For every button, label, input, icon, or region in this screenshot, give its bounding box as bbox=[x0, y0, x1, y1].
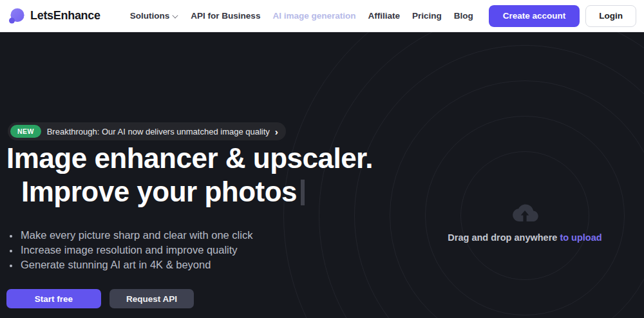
announcement-text: Breakthrough: Our AI now delivers unmatc… bbox=[47, 127, 270, 136]
main-nav: Solutions API for Business AI image gene… bbox=[130, 11, 473, 21]
typing-caret bbox=[301, 180, 305, 205]
nav-item-pricing[interactable]: Pricing bbox=[412, 11, 442, 21]
chevron-down-icon bbox=[173, 12, 178, 17]
top-navigation-bar: LetsEnhance Solutions API for Business A… bbox=[0, 0, 644, 32]
start-free-button[interactable]: Start free bbox=[6, 289, 101, 308]
login-button[interactable]: Login bbox=[585, 5, 636, 27]
dropzone-text: Drag and drop anywhere bbox=[448, 232, 557, 243]
title-line-1: Image enhancer & upscaler. bbox=[6, 142, 373, 174]
feature-item: Make every picture sharp and clear with … bbox=[19, 228, 252, 243]
nav-item-blog[interactable]: Blog bbox=[454, 11, 473, 21]
logo-blob-icon bbox=[8, 7, 26, 25]
brand-name: LetsEnhance bbox=[30, 9, 100, 23]
create-account-button[interactable]: Create account bbox=[489, 5, 580, 27]
hero-action-buttons: Start free Request API bbox=[6, 289, 194, 308]
hero-section: NEW Breakthrough: Our AI now delivers un… bbox=[0, 32, 644, 318]
new-badge: NEW bbox=[10, 125, 41, 138]
upload-link[interactable]: to upload bbox=[560, 232, 601, 243]
title-line-2: Improve your photos bbox=[21, 175, 297, 209]
brand-logo[interactable]: LetsEnhance bbox=[8, 7, 100, 25]
request-api-button[interactable]: Request API bbox=[109, 289, 194, 308]
nav-item-affiliate[interactable]: Affiliate bbox=[368, 11, 400, 21]
feature-item: Increase image resolution and improve qu… bbox=[19, 243, 252, 257]
cloud-upload-icon bbox=[511, 203, 539, 223]
nav-item-ai-image-generation[interactable]: AI image generation bbox=[272, 11, 355, 21]
feature-list: Make every picture sharp and clear with … bbox=[19, 228, 252, 272]
chevron-right-icon: › bbox=[275, 127, 278, 136]
nav-item-solutions[interactable]: Solutions bbox=[130, 11, 179, 21]
upload-dropzone[interactable]: Drag and drop anywhere to upload bbox=[425, 203, 625, 243]
announcement-banner[interactable]: NEW Breakthrough: Our AI now delivers un… bbox=[8, 122, 286, 140]
nav-item-solutions-label: Solutions bbox=[130, 11, 170, 21]
feature-item: Generate stunning AI art in 4K & beyond bbox=[19, 257, 252, 272]
nav-item-api-for-business[interactable]: API for Business bbox=[191, 11, 260, 21]
page-title: Image enhancer & upscaler. Improve your … bbox=[6, 142, 373, 209]
